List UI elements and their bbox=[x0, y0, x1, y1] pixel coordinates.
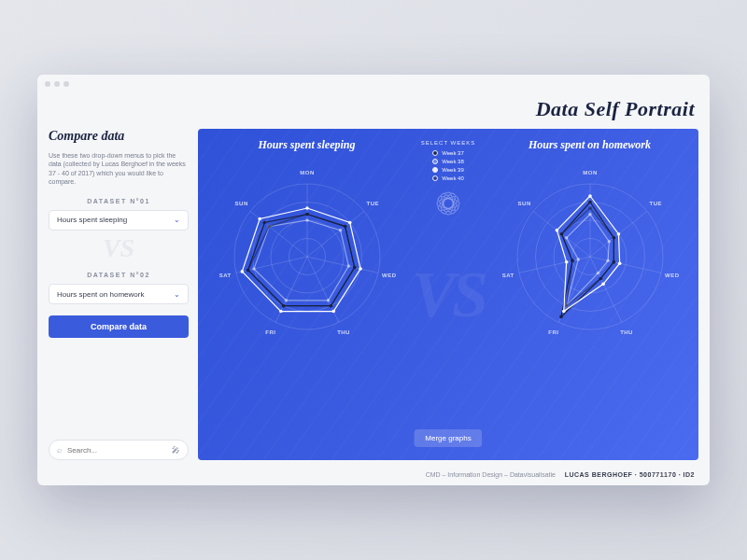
legend-title: SELECT WEEKS bbox=[421, 140, 476, 146]
body: Compare data Use these two drop-down men… bbox=[37, 129, 710, 466]
svg-point-47 bbox=[440, 195, 457, 212]
svg-text:SUN: SUN bbox=[517, 201, 530, 206]
svg-point-38 bbox=[258, 217, 261, 221]
svg-point-40 bbox=[343, 225, 346, 229]
merge-button[interactable]: Merge graphs bbox=[414, 429, 482, 447]
svg-point-28 bbox=[326, 299, 330, 302]
radar-chart-left: MONTUEWEDTHUFRISATSUN bbox=[209, 156, 405, 352]
mic-icon: 🎤︎ bbox=[172, 445, 180, 455]
svg-text:TUE: TUE bbox=[366, 201, 379, 206]
svg-text:MON: MON bbox=[300, 170, 315, 175]
svg-point-44 bbox=[246, 269, 249, 273]
compare-button[interactable]: Compare data bbox=[49, 315, 189, 338]
chart-right-title: Hours spent on homework bbox=[529, 138, 651, 152]
legend-item[interactable]: Week 39 bbox=[432, 167, 464, 173]
header: Data Self Portrait bbox=[37, 93, 710, 129]
svg-point-52 bbox=[444, 192, 453, 215]
svg-point-26 bbox=[338, 229, 342, 232]
spirograph-icon bbox=[432, 188, 464, 219]
legend-item[interactable]: Week 40 bbox=[432, 175, 464, 181]
svg-point-99 bbox=[571, 259, 574, 263]
legend-item[interactable]: Week 38 bbox=[432, 159, 464, 164]
sidebar-description: Use these two drop-down menus to pick th… bbox=[49, 151, 189, 187]
dataset-1-value: Hours spent sleeping bbox=[57, 216, 127, 224]
svg-point-98 bbox=[564, 304, 568, 308]
dataset-2-label: DATASET N°02 bbox=[49, 272, 189, 278]
svg-point-86 bbox=[564, 236, 568, 240]
search-box[interactable]: ⌕ 🎤︎ bbox=[49, 440, 189, 460]
svg-point-29 bbox=[284, 299, 288, 302]
svg-text:SAT: SAT bbox=[218, 273, 231, 278]
svg-point-97 bbox=[599, 277, 602, 281]
svg-point-49 bbox=[437, 199, 459, 208]
dataset-1-label: DATASET N°01 bbox=[49, 198, 189, 204]
traffic-max[interactable] bbox=[63, 81, 69, 87]
svg-point-89 bbox=[617, 261, 621, 265]
chevron-down-icon: ⌄ bbox=[174, 290, 180, 299]
search-icon: ⌕ bbox=[57, 445, 62, 455]
svg-point-35 bbox=[331, 310, 335, 314]
svg-text:THU: THU bbox=[337, 329, 350, 335]
svg-point-94 bbox=[588, 206, 592, 210]
dataset-2-value: Hours spent on homework bbox=[57, 290, 144, 299]
svg-point-91 bbox=[561, 310, 565, 314]
svg-text:FRI: FRI bbox=[265, 329, 275, 335]
svg-point-100 bbox=[559, 232, 563, 236]
svg-point-95 bbox=[612, 236, 615, 240]
svg-point-81 bbox=[607, 240, 611, 244]
svg-point-82 bbox=[606, 259, 610, 263]
svg-text:FRI: FRI bbox=[548, 329, 558, 335]
radar-chart-right: MONTUEWEDTHUFRISATSUN bbox=[492, 156, 688, 352]
chevron-down-icon: ⌄ bbox=[174, 216, 180, 224]
svg-point-43 bbox=[281, 304, 285, 308]
svg-text:MON: MON bbox=[583, 170, 598, 175]
svg-point-93 bbox=[555, 229, 558, 232]
svg-point-45 bbox=[267, 225, 271, 229]
svg-text:THU: THU bbox=[620, 329, 633, 335]
svg-point-41 bbox=[352, 266, 356, 270]
footer-author: LUCAS BERGHOEF · 500771170 · ID2 bbox=[565, 471, 695, 478]
vs-divider: VS bbox=[49, 238, 189, 259]
footer-course: CMD – Information Design – Datavisualisa… bbox=[426, 471, 556, 478]
chart-panel: VS Hours spent sleeping MONTUEWEDTHUFRIS… bbox=[198, 129, 698, 460]
svg-point-27 bbox=[346, 264, 350, 268]
svg-text:WED: WED bbox=[381, 273, 396, 278]
svg-point-80 bbox=[588, 213, 592, 217]
dataset-2-select[interactable]: Hours spent on homework ⌄ bbox=[49, 284, 189, 304]
svg-point-90 bbox=[601, 282, 605, 286]
footer: CMD – Information Design – Datavisualisa… bbox=[37, 466, 710, 485]
charts-row: Hours spent sleeping MONTUEWEDTHUFRISATS… bbox=[198, 129, 698, 460]
sidebar-title: Compare data bbox=[49, 129, 189, 144]
chart-left-title: Hours spent sleeping bbox=[258, 138, 355, 152]
svg-point-24 bbox=[262, 221, 266, 225]
traffic-min[interactable] bbox=[54, 81, 60, 87]
legend: SELECT WEEKS Week 37 Week 38 Week 39 Wee… bbox=[416, 129, 481, 460]
svg-point-48 bbox=[443, 198, 454, 209]
svg-point-87 bbox=[588, 194, 592, 198]
chart-left: Hours spent sleeping MONTUEWEDTHUFRISATS… bbox=[198, 129, 416, 460]
dataset-1-select[interactable]: Hours spent sleeping ⌄ bbox=[49, 210, 189, 231]
svg-point-83 bbox=[596, 272, 599, 275]
svg-point-42 bbox=[329, 304, 332, 308]
titlebar bbox=[37, 75, 710, 93]
sidebar: Compare data Use these two drop-down men… bbox=[49, 129, 189, 460]
svg-point-88 bbox=[616, 232, 620, 236]
search-input[interactable] bbox=[67, 446, 166, 455]
chart-right: Hours spent on homework MONTUEWEDTHUFRIS… bbox=[481, 129, 698, 460]
app-title: Data Self Portrait bbox=[52, 97, 695, 121]
legend-item[interactable]: Week 37 bbox=[432, 150, 464, 156]
svg-line-8 bbox=[307, 257, 378, 273]
svg-point-96 bbox=[612, 260, 615, 264]
svg-point-37 bbox=[240, 270, 244, 273]
svg-point-25 bbox=[305, 218, 309, 222]
svg-point-32 bbox=[305, 206, 309, 210]
svg-point-77 bbox=[559, 315, 563, 319]
svg-text:SUN: SUN bbox=[234, 201, 247, 206]
svg-point-30 bbox=[252, 267, 256, 271]
traffic-close[interactable] bbox=[45, 81, 50, 87]
svg-text:TUE: TUE bbox=[649, 201, 662, 206]
app-window: Data Self Portrait Compare data Use thes… bbox=[37, 75, 710, 485]
svg-text:WED: WED bbox=[664, 273, 679, 278]
svg-point-73 bbox=[588, 201, 592, 204]
svg-point-36 bbox=[278, 310, 282, 314]
